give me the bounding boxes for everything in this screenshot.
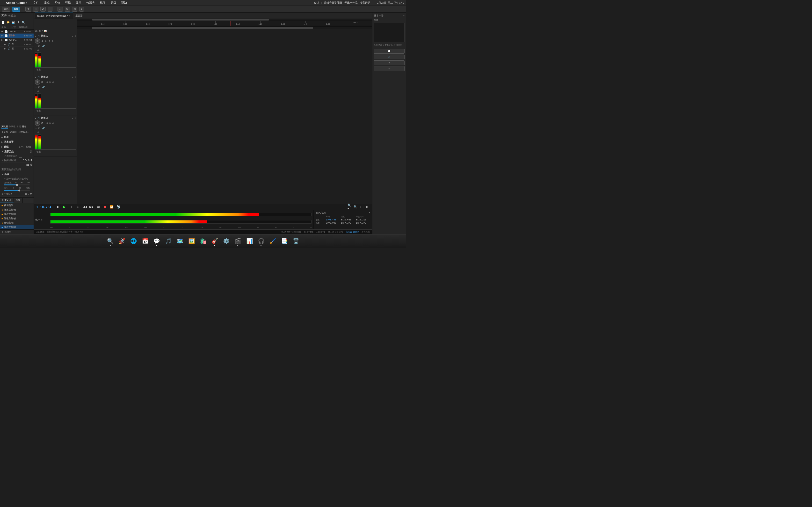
history-item-1[interactable]: ◆ 修改关键帧 xyxy=(0,208,34,212)
file-item-5[interactable]: ▶ 🎵 王蓝圈 - 恶... 48000 1.wav 3:45.776 xyxy=(0,47,34,51)
history-item-3[interactable]: ◆ 修改关键帧 xyxy=(0,216,34,221)
prop-section-info[interactable]: ▶ 信息 xyxy=(1,135,32,139)
toolbar-undo[interactable]: ↩ xyxy=(57,7,63,12)
playhead[interactable] xyxy=(231,21,231,26)
dock-item-trash[interactable]: 🗑️ xyxy=(291,236,301,246)
menu-favorites[interactable]: 收藏夹 xyxy=(85,1,96,5)
dock-item-premiere[interactable]: 🎬 xyxy=(233,236,243,246)
prop-section-basic[interactable]: ▶ 基本设置 xyxy=(1,139,32,145)
right-panel-menu[interactable]: ≡ xyxy=(403,14,405,17)
files-open[interactable]: 📂 xyxy=(6,20,10,24)
menu-wireless[interactable]: 无线电作品 xyxy=(344,1,358,5)
track-3-M[interactable]: M xyxy=(72,117,73,119)
editor-tab-mixer[interactable]: 混音器 xyxy=(73,12,85,19)
menu-multitrack[interactable]: 多轨 xyxy=(53,1,61,5)
track-1-volume-knob[interactable]: ⊙ xyxy=(35,38,40,44)
menu-edit-audio[interactable]: 编辑音频到视频 xyxy=(324,1,343,5)
ctrl-icon-3[interactable]: ≡ xyxy=(42,30,43,32)
right-star-btn[interactable]: ★ xyxy=(374,60,405,65)
menu-search[interactable]: 搜索帮助 xyxy=(360,1,370,5)
track-2-read[interactable]: 读取 xyxy=(35,108,76,113)
track-2-expand[interactable]: ▶ xyxy=(35,76,36,78)
ctrl-icon-4[interactable]: 📊 xyxy=(44,30,47,32)
dock-item-music[interactable]: 🎸 xyxy=(209,236,220,246)
tab-favorites[interactable]: 收藏夹 xyxy=(8,14,16,18)
dock-item-powerpoint[interactable]: 📑 xyxy=(279,236,290,246)
history-item-2[interactable]: ◆ 修改关键帧 xyxy=(0,212,34,216)
right-chat-btn[interactable]: 💬 xyxy=(374,49,405,54)
track-3-volume-knob[interactable]: ⊙ xyxy=(35,120,40,126)
ctrl-icon-2[interactable]: fx xyxy=(39,30,41,32)
btn-skip-back[interactable]: ⏮ xyxy=(75,205,81,209)
editor-tab-session[interactable]: 编辑器: 恶作剧psycho.sesx * ≡ xyxy=(35,12,73,19)
toolbar-mixer[interactable]: ⊞ xyxy=(72,7,77,12)
files-search[interactable]: 🔍 xyxy=(21,20,26,24)
remix-checkbox[interactable] xyxy=(19,155,22,158)
prop-section-stretch[interactable]: ▶ 伸缩 97%（实时） xyxy=(1,145,32,149)
dock-item-appstore[interactable]: 🛍️ xyxy=(198,236,208,246)
track-2-S[interactable]: S xyxy=(75,76,76,78)
dock-item-calendar[interactable]: 📅 xyxy=(140,236,150,246)
btn-pause[interactable]: ⏸ xyxy=(69,205,74,209)
edit-length-slider[interactable] xyxy=(4,184,30,185)
track-1-expand[interactable]: ▶ xyxy=(35,35,36,37)
btn-rewind[interactable]: ◀◀ xyxy=(83,205,87,209)
sel-menu[interactable]: ≡ xyxy=(369,211,370,215)
btn-stop[interactable]: ■ xyxy=(55,205,60,209)
dock-item-launchpad[interactable]: 🚀 xyxy=(116,236,127,246)
toolbar-effects[interactable]: fx xyxy=(65,7,70,12)
menu-help[interactable]: 帮助 xyxy=(120,1,128,5)
toolbar-multitrack[interactable]: 多轨 xyxy=(12,7,20,12)
file-item-4[interactable]: ▶ 🎵 恶作剧伴奏 48000 1.wav 3:39.480 xyxy=(0,42,34,47)
menu-effects[interactable]: 效果 xyxy=(75,1,83,5)
menu-default[interactable]: 默认 xyxy=(314,1,319,5)
history-item-0[interactable]: ◆ 裁切剪辑 xyxy=(0,203,34,208)
btn-zoom-fit[interactable]: ⟷ xyxy=(359,205,364,209)
btn-stream[interactable]: 📡 xyxy=(116,205,121,209)
track-2-M[interactable]: M xyxy=(72,76,73,78)
menu-file[interactable]: 文件 xyxy=(32,1,40,5)
toolbar-time[interactable]: ⇄ xyxy=(40,7,46,12)
right-music-btn[interactable]: 🎵 xyxy=(374,55,405,59)
track-2-volume-knob[interactable]: ⊙ xyxy=(35,79,40,85)
btn-play[interactable]: ▶ xyxy=(62,205,67,209)
tab-marks[interactable]: 标记 xyxy=(16,125,21,129)
btn-zoom-all[interactable]: ⊞ xyxy=(365,205,370,209)
dock-item-prefs[interactable]: ⚙️ xyxy=(221,236,232,246)
files-import[interactable]: ⬇ xyxy=(16,20,20,24)
files-save[interactable]: 💾 xyxy=(11,20,15,24)
toolbar-waveform[interactable]: 波形 xyxy=(2,7,10,12)
files-new[interactable]: 📄 xyxy=(1,20,5,24)
tab-effects[interactable]: 效果组 xyxy=(9,125,15,129)
prop-section-remix[interactable]: ▼ 重新混合 关 xyxy=(1,149,32,154)
dock-item-photoshop[interactable]: 🖌️ xyxy=(267,236,278,246)
btn-loop[interactable]: 🔁 xyxy=(109,205,114,209)
tab-menu-icon[interactable]: ≡ xyxy=(69,15,70,17)
file-item-1[interactable]: ▶ 📄 Post ma...dio quality].mp3 3:42.072 xyxy=(0,30,34,34)
menu-clip[interactable]: 剪辑 xyxy=(64,1,72,5)
btn-zoom-out[interactable]: 🔍- xyxy=(353,205,358,209)
dock-item-photos[interactable]: 🖼️ xyxy=(186,236,197,246)
tab-history[interactable]: 历史记录 xyxy=(0,198,14,203)
history-item-5[interactable]: ◆ 修改关键帧 xyxy=(0,225,34,229)
dock-item-excel[interactable]: 📊 xyxy=(244,236,255,246)
dock-item-maps[interactable]: 🗺️ xyxy=(174,236,185,246)
meter-menu-icon[interactable]: ≡ xyxy=(41,219,43,221)
track-1-S[interactable]: S xyxy=(75,35,76,37)
scrollbar-thumb-top[interactable] xyxy=(92,19,269,20)
menu-window[interactable]: 窗口 xyxy=(109,1,117,5)
tab-browser[interactable]: 浏览器 xyxy=(1,125,8,129)
btn-zoom-in[interactable]: 🔍+ xyxy=(348,205,352,209)
btn-record[interactable]: ⏺ xyxy=(103,205,108,209)
dock-item-safari-like[interactable]: 🌐 xyxy=(128,236,139,246)
dock-item-netease[interactable]: 🎵 xyxy=(163,236,173,246)
track-1-read[interactable]: 读取 xyxy=(35,67,76,72)
toolbar-select[interactable]: ▼ xyxy=(26,7,31,12)
property-slider[interactable] xyxy=(4,190,30,191)
file-item-3[interactable]: ▶ 📄 恶作剧伴奏_2.wav 3:25.211 xyxy=(0,38,34,42)
ctrl-icon-1[interactable]: ▶▶ xyxy=(35,30,38,32)
track-3-expand[interactable]: ▶ xyxy=(35,117,36,119)
dock-item-audition[interactable]: 🎧 xyxy=(256,236,266,246)
timeline-scrollbar-top[interactable] xyxy=(77,19,372,21)
file-item-2[interactable]: ▶ 📄 恶作剧psycho.sesx * 4:08.674 xyxy=(0,34,34,38)
